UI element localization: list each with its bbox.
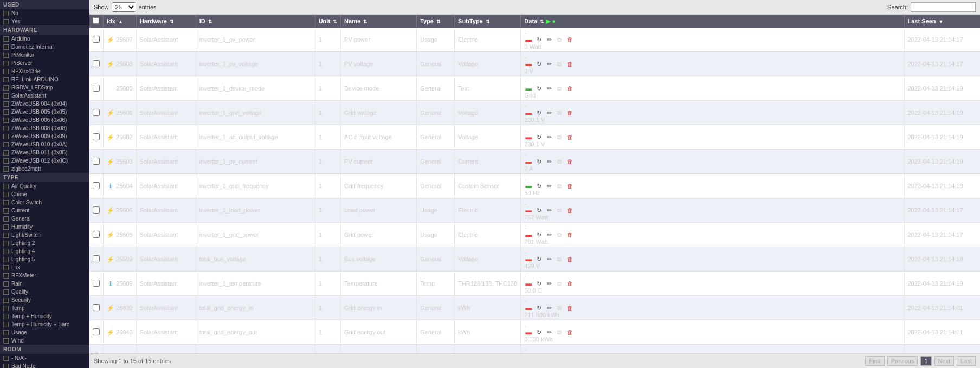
sidebar-item[interactable]: Bad Nede	[0, 362, 89, 368]
edit-icon[interactable]: ✏	[545, 328, 553, 336]
sidebar-checkbox[interactable]	[3, 338, 9, 344]
sidebar-item[interactable]: Light/Switch	[0, 231, 89, 239]
refresh-icon[interactable]: ↻	[534, 182, 543, 190]
sidebar-checkbox[interactable]	[3, 281, 9, 287]
row-checkbox[interactable]	[93, 182, 100, 189]
row-checkbox[interactable]	[93, 280, 100, 287]
row-checkbox[interactable]	[93, 85, 100, 92]
sidebar-checkbox[interactable]	[3, 77, 9, 82]
pagination-first[interactable]: First	[865, 356, 884, 366]
sidebar-item[interactable]: RFXMeter	[0, 272, 89, 280]
copy-icon[interactable]: ⧉	[555, 206, 564, 214]
sidebar-checkbox[interactable]	[3, 289, 9, 295]
sidebar-checkbox[interactable]	[3, 134, 9, 139]
sidebar-checkbox[interactable]	[3, 314, 9, 319]
sidebar-checkbox[interactable]	[3, 298, 9, 303]
sidebar-checkbox[interactable]	[3, 257, 9, 262]
sidebar-checkbox[interactable]	[3, 142, 9, 147]
sidebar-item[interactable]: ZWaveUSB 011 (0x0B)	[0, 149, 89, 157]
header-subtype[interactable]: SubType ⇅	[455, 15, 521, 28]
delete-icon[interactable]: 🗑	[565, 158, 574, 165]
edit-icon[interactable]: ✏	[545, 280, 553, 287]
delete-icon[interactable]: 🗑	[565, 206, 574, 214]
sidebar-item[interactable]: Temp + Humidity	[0, 312, 89, 320]
sidebar-item[interactable]: RFXtrx433e	[0, 67, 89, 75]
sidebar-checkbox[interactable]	[3, 118, 9, 123]
header-hardware[interactable]: Hardware ⇅	[136, 15, 196, 28]
edit-icon[interactable]: ✏	[545, 133, 553, 141]
sidebar-item[interactable]: PiServer	[0, 59, 89, 67]
copy-icon[interactable]: ⧉	[555, 36, 564, 43]
edit-icon[interactable]: ✏	[545, 255, 553, 263]
sidebar-item[interactable]: General	[0, 215, 89, 223]
refresh-icon[interactable]: ↻	[534, 36, 543, 43]
edit-icon[interactable]: ✏	[545, 109, 553, 117]
sidebar-item[interactable]: ZWaveUSB 010 (0x0A)	[0, 140, 89, 149]
sidebar-item[interactable]: Color Switch	[0, 198, 89, 206]
sidebar-item[interactable]: No	[0, 9, 89, 17]
copy-icon[interactable]: ⧉	[555, 182, 564, 190]
sidebar-checkbox[interactable]	[3, 53, 9, 58]
sidebar-checkbox[interactable]	[3, 166, 9, 172]
sidebar-checkbox[interactable]	[3, 126, 9, 131]
sidebar-item[interactable]: Usage	[0, 328, 89, 337]
sidebar-checkbox[interactable]	[3, 93, 9, 99]
row-checkbox[interactable]	[93, 158, 100, 165]
delete-icon[interactable]: 🗑	[565, 60, 574, 68]
delete-icon[interactable]: 🗑	[565, 109, 574, 117]
row-checkbox[interactable]	[93, 231, 100, 238]
refresh-icon[interactable]: ↻	[534, 206, 543, 214]
sidebar-item[interactable]: ZWaveUSB 004 (0x04)	[0, 100, 89, 108]
sidebar-checkbox[interactable]	[3, 101, 9, 107]
refresh-icon[interactable]: ↻	[534, 109, 543, 117]
header-id[interactable]: ID ⇅	[196, 15, 315, 28]
sidebar-item[interactable]: RGBW_LEDStrip	[0, 83, 89, 92]
header-type[interactable]: Type ⇅	[417, 15, 455, 28]
sidebar-checkbox[interactable]	[3, 11, 9, 16]
sidebar-checkbox[interactable]	[3, 109, 9, 115]
sidebar-item[interactable]: Domoticz Internal	[0, 43, 89, 51]
copy-icon[interactable]: ⧉	[555, 158, 564, 165]
edit-icon[interactable]: ✏	[545, 85, 553, 92]
copy-icon[interactable]: ⧉	[555, 109, 564, 117]
row-checkbox[interactable]	[93, 36, 100, 43]
header-idx[interactable]: Idx ▲	[104, 15, 137, 28]
edit-icon[interactable]: ✏	[545, 36, 553, 43]
sidebar-item[interactable]: - N/A -	[0, 354, 89, 362]
sidebar-checkbox[interactable]	[3, 44, 9, 50]
pagination-last[interactable]: Last	[957, 356, 976, 366]
refresh-icon[interactable]: ↻	[534, 158, 543, 165]
refresh-icon[interactable]: ↻	[534, 304, 543, 312]
sidebar-checkbox[interactable]	[3, 85, 9, 91]
sidebar-item[interactable]: Yes	[0, 17, 89, 25]
sidebar-checkbox[interactable]	[3, 265, 9, 270]
sidebar-checkbox[interactable]	[3, 241, 9, 246]
row-checkbox[interactable]	[93, 255, 100, 262]
pagination-previous[interactable]: Previous	[887, 356, 918, 366]
copy-icon[interactable]: ⧉	[555, 133, 564, 141]
sidebar-item[interactable]: ZWaveUSB 008 (0x08)	[0, 124, 89, 132]
refresh-icon[interactable]: ↻	[534, 328, 543, 336]
sidebar-item[interactable]: SolarAssistant	[0, 92, 89, 100]
entries-select[interactable]: 10 25 50 100	[112, 2, 136, 12]
sidebar-item[interactable]: ZWaveUSB 009 (0x09)	[0, 132, 89, 140]
delete-icon[interactable]: 🗑	[565, 36, 574, 43]
sidebar-item[interactable]: Lighting 2	[0, 239, 89, 247]
header-lastseen[interactable]: Last Seen ▼	[904, 15, 980, 28]
delete-icon[interactable]: 🗑	[565, 255, 574, 263]
copy-icon[interactable]: ⧉	[555, 85, 564, 92]
row-checkbox[interactable]	[93, 206, 100, 214]
sidebar-item[interactable]: Quality	[0, 288, 89, 296]
sidebar-item[interactable]: zigbee2mqtt	[0, 165, 89, 173]
header-data[interactable]: Data ⇅ ▶ ●	[521, 15, 904, 28]
row-checkbox[interactable]	[93, 328, 100, 335]
copy-icon[interactable]: ⧉	[555, 328, 564, 336]
delete-icon[interactable]: 🗑	[565, 304, 574, 312]
copy-icon[interactable]: ⧉	[555, 60, 564, 68]
sidebar-item[interactable]: Current	[0, 206, 89, 215]
sidebar-item[interactable]: Lighting 5	[0, 255, 89, 263]
sidebar-item[interactable]: ZWaveUSB 005 (0x05)	[0, 108, 89, 116]
sidebar-item[interactable]: RF_Link-ARDUINO	[0, 75, 89, 83]
delete-icon[interactable]: 🗑	[565, 328, 574, 336]
sidebar-checkbox[interactable]	[3, 216, 9, 222]
